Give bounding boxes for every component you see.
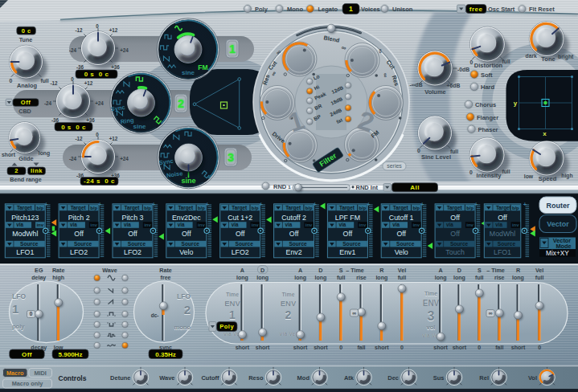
svg-text:+: +	[152, 201, 156, 208]
svg-text:Off: Off	[236, 230, 245, 238]
svg-text:via: via	[178, 222, 185, 227]
svg-text:Off: Off	[74, 230, 84, 238]
svg-text:A: A	[240, 267, 244, 274]
svg-text:sine: sine	[133, 123, 146, 130]
svg-text:Target: Target	[285, 205, 301, 211]
svg-text:short: short	[256, 345, 270, 350]
svg-text:Volume: Volume	[424, 88, 446, 96]
svg-text:– Time: – Time	[346, 267, 364, 274]
svg-text:+: +	[206, 201, 210, 208]
svg-text:inv: inv	[466, 223, 473, 227]
svg-text:Sine Level: Sine Level	[421, 153, 451, 161]
svg-text:bright: bright	[558, 54, 574, 60]
svg-text:Macro only: Macro only	[12, 380, 43, 387]
svg-text:Voices: Voices	[361, 6, 380, 13]
svg-text:+: +	[98, 201, 102, 208]
svg-text:Time: Time	[226, 292, 239, 297]
svg-text:Cutoff 1: Cutoff 1	[389, 214, 414, 222]
svg-text:short: short	[375, 345, 389, 350]
svg-text:0: 0	[96, 23, 99, 29]
svg-text:Off: Off	[22, 351, 32, 358]
svg-text:low: low	[524, 174, 534, 179]
svg-text:Vel: Vel	[398, 267, 406, 274]
svg-text:∞: ∞	[489, 310, 493, 316]
svg-text:∞: ∞	[352, 310, 356, 316]
svg-text:full: full	[450, 149, 458, 154]
svg-text:Macro: Macro	[6, 370, 24, 377]
svg-text:inv: inv	[512, 223, 519, 227]
svg-text:b/p: b/p	[512, 206, 519, 210]
svg-text:Target: Target	[496, 205, 512, 211]
svg-text:Off: Off	[343, 230, 353, 238]
svg-text:short: short	[453, 345, 467, 350]
svg-text:MIDI: MIDI	[34, 370, 46, 377]
svg-text:b/p: b/p	[466, 206, 473, 210]
svg-text:Detune: Detune	[110, 374, 130, 382]
svg-text:long: long	[512, 275, 524, 281]
svg-text:Source: Source	[182, 241, 200, 247]
svg-text:Flanger: Flanger	[477, 114, 498, 121]
svg-text:Pitch123: Pitch123	[11, 214, 39, 222]
svg-text:via: via	[446, 222, 453, 227]
svg-text:Tune: Tune	[19, 36, 33, 43]
svg-text:free: free	[469, 6, 483, 13]
svg-text:vol: vol	[427, 324, 436, 331]
svg-text:Poly: Poly	[255, 6, 269, 13]
svg-text:-12: -12	[75, 136, 83, 141]
svg-text:D: D	[457, 267, 461, 274]
svg-text:b/p: b/p	[90, 206, 97, 210]
svg-text:ENV: ENV	[281, 299, 297, 308]
svg-text:high: high	[52, 275, 64, 281]
svg-text:-36: -36	[51, 117, 59, 123]
svg-text:long: long	[315, 275, 327, 281]
svg-text:Phaser: Phaser	[478, 126, 498, 133]
svg-text:inv: inv	[36, 223, 43, 227]
svg-text:via: via	[285, 222, 293, 227]
svg-text:via: via	[124, 222, 131, 227]
svg-text:0 c: 0 c	[22, 27, 31, 35]
svg-text:inv: inv	[252, 223, 259, 227]
svg-text:Pitch 2: Pitch 2	[68, 214, 90, 222]
svg-text:Target: Target	[71, 205, 87, 211]
svg-text:Off: Off	[450, 214, 460, 222]
svg-text:LFO2: LFO2	[124, 248, 141, 256]
svg-text:Speed: Speed	[539, 175, 557, 182]
svg-text:inv: inv	[198, 223, 205, 227]
svg-text:Glide: Glide	[18, 155, 33, 162]
svg-text:1: 1	[12, 302, 18, 316]
svg-text:ENV: ENV	[423, 299, 440, 308]
svg-text:1: 1	[229, 43, 236, 55]
svg-text:Off: Off	[128, 230, 137, 238]
svg-text:Env2: Env2	[286, 248, 302, 256]
svg-text:+: +	[314, 201, 318, 208]
svg-text:Vector: Vector	[547, 220, 569, 228]
svg-text:R: R	[379, 267, 384, 274]
svg-text:∞: ∞	[382, 73, 389, 78]
svg-text:full: full	[398, 275, 407, 280]
svg-text:b/p: b/p	[412, 206, 420, 210]
svg-text:Touch: Touch	[445, 248, 465, 256]
svg-text:inv: inv	[144, 223, 151, 227]
svg-text:Cutoff: Cutoff	[201, 374, 219, 382]
svg-text:Env2Dec: Env2Dec	[172, 214, 201, 222]
svg-text:+24: +24	[120, 156, 129, 161]
svg-text:0: 0	[417, 148, 420, 153]
svg-text:Rate: Rate	[52, 267, 65, 274]
svg-text:Mod: Mod	[297, 374, 310, 382]
svg-text:Target: Target	[178, 205, 194, 211]
svg-text:Source: Source	[128, 241, 146, 247]
svg-text:delay: delay	[31, 275, 46, 281]
svg-text:b/p: b/p	[36, 206, 43, 210]
svg-text:Off: Off	[182, 230, 191, 238]
svg-text:full: full	[502, 59, 510, 64]
svg-text:Unison: Unison	[392, 6, 413, 13]
svg-text:0: 0	[30, 311, 33, 316]
svg-text:+: +	[260, 201, 264, 208]
svg-text:RND: RND	[273, 183, 287, 190]
svg-text:+36: +36	[86, 117, 95, 123]
svg-text:Velo: Velo	[179, 248, 193, 256]
svg-text:-24 s 0 c: -24 s 0 c	[84, 178, 115, 185]
svg-text:+12: +12	[84, 80, 93, 86]
svg-text:-0dB: -0dB	[457, 67, 469, 72]
svg-text:long: long	[435, 275, 447, 281]
